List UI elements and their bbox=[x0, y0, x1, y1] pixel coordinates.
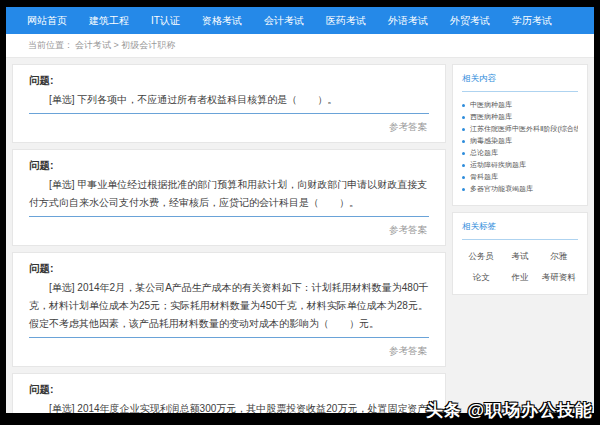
bullet-icon bbox=[462, 164, 465, 167]
nav-item-accounting-exam[interactable]: 会计考试 bbox=[253, 7, 315, 34]
breadcrumb: 当前位置： 会计考试 > 初级会计职称 bbox=[6, 34, 594, 58]
question-card: 问题: [单选] 2014年2月，某公司A产品生产成本的有关资料如下：计划耗用材… bbox=[12, 252, 446, 367]
nav-item-qualification-exam[interactable]: 资格考试 bbox=[191, 7, 253, 34]
related-content-link[interactable]: 江苏住院医师中医外科Ⅱ阶段(综合练习)题库 bbox=[462, 123, 578, 135]
breadcrumb-label: 当前位置： bbox=[28, 39, 73, 52]
bullet-icon bbox=[462, 176, 465, 179]
nav-item-education-exam[interactable]: 学历考试 bbox=[501, 7, 563, 34]
tag-link[interactable]: 论文 bbox=[473, 272, 490, 284]
tag-link[interactable]: 作业 bbox=[511, 272, 528, 284]
bullet-icon bbox=[462, 104, 465, 107]
related-content-link[interactable]: 骨科题库 bbox=[462, 171, 578, 183]
tags-grid: 公务员 考试 尔雅 论文 作业 考研资料 bbox=[462, 247, 578, 284]
sidebar: 相关内容 中医病种题库 西医病种题库 江苏住院医师中医外科Ⅱ阶段(综合练习)题库… bbox=[452, 64, 588, 413]
tag-link[interactable]: 考研资料 bbox=[542, 272, 576, 284]
question-list: 问题: [单选] 下列各项中，不应通过所有者权益科目核算的是（ ）。 参考答案 … bbox=[12, 64, 446, 413]
question-text: [单选] 2014年2月，某公司A产品生产成本的有关资料如下：计划耗用材料数量为… bbox=[29, 279, 429, 338]
related-content-link[interactable]: 运动障碍疾病题库 bbox=[462, 159, 578, 171]
question-label: 问题: bbox=[29, 262, 429, 276]
related-content-label: 病毒感染题库 bbox=[470, 135, 512, 147]
question-text: [单选] 甲事业单位经过根据批准的部门预算和用款计划，向财政部门申请以财政直接支… bbox=[29, 176, 429, 217]
nav-item-medical-exam[interactable]: 医药考试 bbox=[315, 7, 377, 34]
question-card: 问题: [单选] 甲事业单位经过根据批准的部门预算和用款计划，向财政部门申请以财… bbox=[12, 149, 446, 246]
tag-link[interactable]: 尔雅 bbox=[550, 251, 567, 263]
question-text: [单选] 下列各项中，不应通过所有者权益科目核算的是（ ）。 bbox=[29, 91, 429, 114]
bullet-icon bbox=[462, 152, 465, 155]
related-content-link[interactable]: 病毒感染题库 bbox=[462, 135, 578, 147]
tag-link[interactable]: 公务员 bbox=[469, 251, 495, 263]
nav-item-foreign-trade-exam[interactable]: 外贸考试 bbox=[439, 7, 501, 34]
related-tags-title: 相关标签 bbox=[462, 221, 578, 240]
question-label: 问题: bbox=[29, 383, 429, 397]
related-content-title: 相关内容 bbox=[462, 73, 578, 92]
page-frame: 网站首页 建筑工程 IT认证 资格考试 会计考试 医药考试 外语考试 外贸考试 … bbox=[6, 7, 594, 413]
related-tags-panel: 相关标签 公务员 考试 尔雅 论文 作业 考研资料 bbox=[452, 212, 588, 295]
related-content-label: 总论题库 bbox=[470, 147, 498, 159]
reference-answer-link[interactable]: 参考答案 bbox=[29, 114, 429, 138]
nav-item-construction[interactable]: 建筑工程 bbox=[78, 7, 140, 34]
nav-item-foreign-language-exam[interactable]: 外语考试 bbox=[377, 7, 439, 34]
bullet-icon bbox=[462, 116, 465, 119]
nav-item-it-cert[interactable]: IT认证 bbox=[140, 7, 191, 34]
related-content-label: 中医病种题库 bbox=[470, 99, 512, 111]
breadcrumb-path[interactable]: 会计考试 > 初级会计职称 bbox=[75, 39, 175, 52]
related-content-label: 西医病种题库 bbox=[470, 111, 512, 123]
tag-link[interactable]: 考试 bbox=[511, 251, 528, 263]
question-label: 问题: bbox=[29, 74, 429, 88]
related-content-label: 骨科题库 bbox=[470, 171, 498, 183]
reference-answer-link[interactable]: 参考答案 bbox=[29, 338, 429, 362]
related-content-label: 多器官功能衰竭题库 bbox=[470, 183, 533, 195]
related-content-panel: 相关内容 中医病种题库 西医病种题库 江苏住院医师中医外科Ⅱ阶段(综合练习)题库… bbox=[452, 64, 588, 206]
question-card: 问题: [单选] 2014年度企业实现利润总额300万元，其中股票投资收益20万… bbox=[12, 373, 446, 413]
reference-answer-link[interactable]: 参考答案 bbox=[29, 217, 429, 241]
bullet-icon bbox=[462, 188, 465, 191]
bullet-icon bbox=[462, 140, 465, 143]
watermark: 头条 @职场办公技能 bbox=[426, 399, 593, 422]
related-content-link[interactable]: 多器官功能衰竭题库 bbox=[462, 183, 578, 195]
related-content-link[interactable]: 中医病种题库 bbox=[462, 99, 578, 111]
related-content-link[interactable]: 西医病种题库 bbox=[462, 111, 578, 123]
nav-item-home[interactable]: 网站首页 bbox=[16, 7, 78, 34]
related-content-link[interactable]: 总论题库 bbox=[462, 147, 578, 159]
related-content-label: 江苏住院医师中医外科Ⅱ阶段(综合练习)题库 bbox=[470, 123, 578, 135]
question-card: 问题: [单选] 下列各项中，不应通过所有者权益科目核算的是（ ）。 参考答案 bbox=[12, 64, 446, 143]
bullet-icon bbox=[462, 128, 465, 131]
question-label: 问题: bbox=[29, 159, 429, 173]
top-nav: 网站首页 建筑工程 IT认证 资格考试 会计考试 医药考试 外语考试 外贸考试 … bbox=[6, 7, 594, 34]
question-text: [单选] 2014年度企业实现利润总额300万元，其中股票投资收益20万元，处置… bbox=[29, 400, 429, 413]
related-content-label: 运动障碍疾病题库 bbox=[470, 159, 526, 171]
